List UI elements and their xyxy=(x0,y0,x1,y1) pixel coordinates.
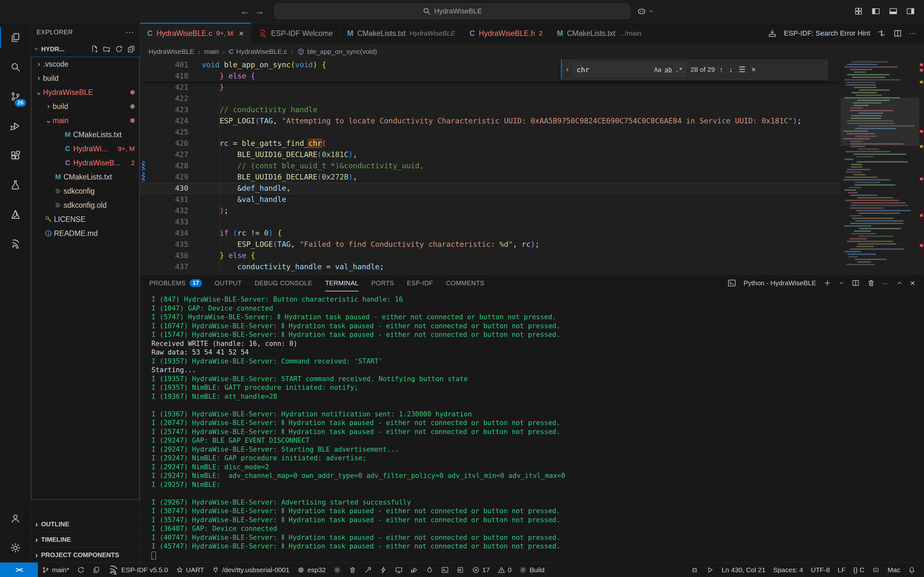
panel-tab-output[interactable]: OUTPUT xyxy=(215,275,242,292)
nav-forward-icon[interactable]: → xyxy=(252,4,267,19)
command-center[interactable]: HydraWiseBLE xyxy=(275,3,630,19)
breadcrumb-item[interactable]: main xyxy=(204,48,219,55)
status-git-branch[interactable]: main* xyxy=(38,562,73,577)
section-project-components[interactable]: ›PROJECT COMPONENTS xyxy=(31,547,140,562)
install-icon[interactable] xyxy=(768,29,777,38)
launch-profile-chevron-icon[interactable] xyxy=(838,280,845,286)
tree-item-license[interactable]: LICENSE xyxy=(31,212,139,226)
whole-word-icon[interactable]: ab xyxy=(665,66,672,73)
refresh-icon[interactable] xyxy=(115,45,123,53)
status-serial-port[interactable]: /dev/tty.usbserial-0001 xyxy=(208,562,293,577)
copilot-button[interactable] xyxy=(637,6,654,16)
panel-tab-ports[interactable]: PORTS xyxy=(372,275,394,292)
nav-back-icon[interactable]: ← xyxy=(237,4,252,19)
tree-item-hydrawiseble[interactable]: ⌄HydraWiseBLE xyxy=(31,85,139,99)
activity-item-testing[interactable] xyxy=(0,170,31,200)
collapse-all-icon[interactable] xyxy=(127,45,136,53)
tab-cmakelists-txt[interactable]: MCMakeLists.txtHydraWiseBLE xyxy=(340,23,462,44)
tree-chevron-icon[interactable]: › xyxy=(35,60,43,68)
activity-item-files[interactable] xyxy=(0,23,31,52)
tree-item-main[interactable]: ⌄main xyxy=(31,113,139,127)
breadcrumb-item[interactable]: ble_app_on_sync(void) xyxy=(297,48,377,55)
status-notifications[interactable] xyxy=(904,562,919,577)
tree-item-cmakelists-txt[interactable]: MCMakeLists.txt xyxy=(31,127,139,142)
activity-item-extensions[interactable] xyxy=(0,141,31,170)
status-warnings[interactable]: 0 xyxy=(494,562,515,577)
status-full-clean[interactable] xyxy=(345,562,360,577)
code-editor[interactable]: 401void ble_app_on_sync(void) {418 } els… xyxy=(140,59,924,274)
tree-item-cmakelists-txt[interactable]: MCMakeLists.txt xyxy=(31,170,139,184)
status-debug[interactable] xyxy=(407,562,422,577)
tree-item-hydrawi-[interactable]: CHydraWi...9+, M xyxy=(31,142,139,156)
status-run-status[interactable] xyxy=(702,562,718,577)
workspace-section-header[interactable]: HYDR... xyxy=(31,41,140,57)
status-commands[interactable] xyxy=(453,562,468,577)
split-terminal-icon[interactable] xyxy=(851,279,860,287)
breadcrumb-item[interactable]: HydraWiseBLE xyxy=(149,48,194,55)
tree-item-build[interactable]: ›build xyxy=(31,71,139,85)
tab-hydrawiseble-c[interactable]: CHydraWiseBLE.c9+, M× xyxy=(140,23,251,44)
breadcrumb[interactable]: HydraWiseBLE›main›CHydraWiseBLE.c›ble_ap… xyxy=(140,44,924,59)
tab-hydrawiseble-h[interactable]: CHydraWiseBLE.h2 xyxy=(463,23,550,44)
panel-right-icon[interactable] xyxy=(906,7,915,16)
new-terminal-icon[interactable] xyxy=(823,279,832,287)
status-indentation[interactable]: Spaces: 4 xyxy=(769,562,807,577)
tab-cmakelists-txt[interactable]: MCMakeLists.txt.../main xyxy=(550,23,649,44)
status-espidf-version[interactable]: ESP-IDF v5.5.0 xyxy=(104,562,172,577)
tree-chevron-icon[interactable]: ⌄ xyxy=(44,116,53,125)
panel-tab-comments[interactable]: COMMENTS xyxy=(446,275,485,292)
status-sdk-config[interactable] xyxy=(330,562,345,577)
find-previous-icon[interactable]: ↑ xyxy=(719,65,723,74)
activity-item-espressif[interactable] xyxy=(0,229,31,259)
activity-item-account[interactable] xyxy=(0,504,31,533)
status-platform[interactable]: Mac xyxy=(884,562,904,577)
compare-changes-icon[interactable] xyxy=(877,29,886,38)
section-outline[interactable]: ›OUTLINE xyxy=(31,516,140,532)
tree-chevron-icon[interactable]: › xyxy=(44,102,53,111)
match-case-icon[interactable]: Aa xyxy=(654,66,662,73)
tree-item--vscode[interactable]: ›.vscode xyxy=(31,57,139,71)
activity-item-run-debug[interactable] xyxy=(0,111,31,141)
tree-item-readme-md[interactable]: README.md xyxy=(31,226,139,240)
tree-chevron-icon[interactable]: ⌄ xyxy=(35,88,43,97)
panel-tab-esp-idf[interactable]: ESP-IDF xyxy=(407,275,433,292)
tree-item-hydrawiseb-[interactable]: CHydraWiseB...2 xyxy=(31,156,139,170)
status-encoding[interactable]: UTF-8 xyxy=(807,562,834,577)
panel-more-actions-icon[interactable]: ··· xyxy=(882,279,889,287)
status-eol[interactable]: LF xyxy=(834,562,850,577)
find-next-icon[interactable]: ↓ xyxy=(729,65,733,74)
terminal-title[interactable]: Python - HydraWiseBLE xyxy=(743,279,816,287)
kill-terminal-icon[interactable] xyxy=(867,279,875,287)
toggle-replace-icon[interactable]: › xyxy=(566,65,569,74)
status-remote-indicator[interactable]: >< xyxy=(0,562,38,577)
close-panel-icon[interactable]: × xyxy=(910,278,915,288)
tab-esp-idf-welcome[interactable]: ESP-IDF Welcome xyxy=(251,23,341,44)
find-input[interactable]: chr Aa ab .* xyxy=(573,62,686,77)
espidf-search-error-hint[interactable]: ESP-IDF: Search Error Hint xyxy=(784,29,870,37)
panel-tab-debug-console[interactable]: DEBUG CONSOLE xyxy=(255,275,312,292)
status-git-sync[interactable] xyxy=(73,562,89,577)
new-file-icon[interactable] xyxy=(90,45,99,53)
panel-tab-terminal[interactable]: TERMINAL xyxy=(325,275,359,292)
status-flash-method[interactable]: UART xyxy=(172,562,208,577)
status-device-target[interactable]: esp32 xyxy=(293,562,330,577)
panel-tab-problems[interactable]: PROBLEMS17 xyxy=(149,275,202,292)
status-cursor-position[interactable]: Ln 430, Col 21 xyxy=(718,562,769,577)
breadcrumb-item[interactable]: CHydraWiseBLE.c xyxy=(229,48,287,55)
terminal-output[interactable]: I (847) HydraWise-BLE-Server: Button cha… xyxy=(140,292,924,562)
status-build-task[interactable]: Build xyxy=(515,562,548,577)
panel-bottom-icon[interactable] xyxy=(889,7,898,16)
status-build-project[interactable] xyxy=(360,562,376,577)
status-errors[interactable]: 17 xyxy=(468,562,493,577)
status-language-mode[interactable]: {} C xyxy=(849,562,868,577)
find-in-selection-icon[interactable]: ☰ xyxy=(738,65,746,74)
status-esp-tool[interactable] xyxy=(868,562,884,577)
section-timeline[interactable]: ›TIMELINE xyxy=(31,532,140,547)
activity-item-cmake[interactable] xyxy=(0,200,31,229)
close-find-icon[interactable]: × xyxy=(751,65,756,74)
activity-item-search[interactable] xyxy=(0,52,31,82)
regex-icon[interactable]: .* xyxy=(675,66,682,73)
status-build-flash-monitor[interactable] xyxy=(422,562,437,577)
tree-item-sdkconfig-old[interactable]: sdkconfig.old xyxy=(31,198,139,212)
status-debug-status[interactable] xyxy=(687,562,702,577)
